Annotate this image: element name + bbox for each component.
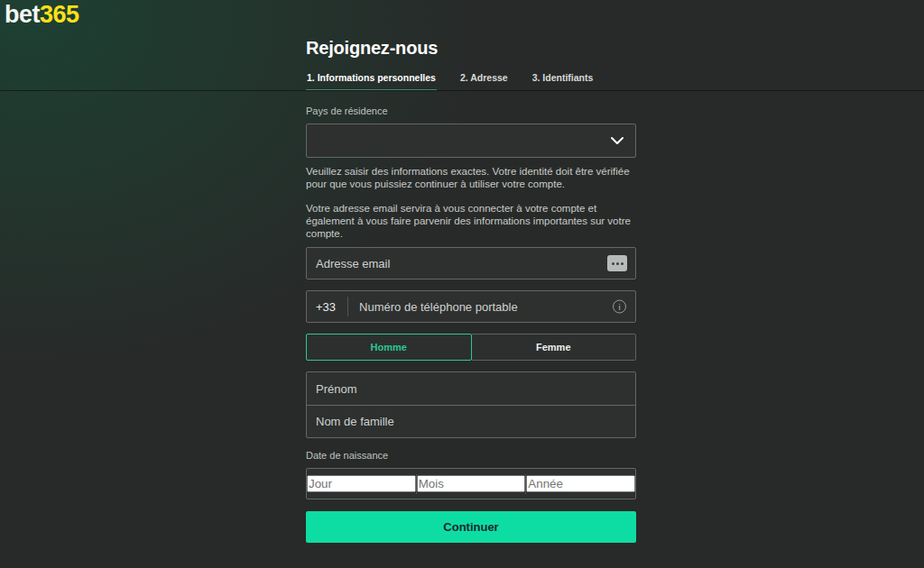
tab-informations-personnelles[interactable]: 1. Informations personnelles [306, 72, 437, 91]
continue-button[interactable]: Continuer [306, 511, 636, 543]
last-name-row [307, 405, 635, 437]
country-label: Pays de résidence [306, 105, 636, 116]
identity-notice: Veuillez saisir des informations exactes… [306, 165, 636, 190]
autofill-icon[interactable] [607, 255, 627, 271]
first-name-row [307, 372, 635, 405]
chevron-down-icon [611, 137, 624, 145]
dob-month-input[interactable] [417, 475, 526, 492]
dob-year-cell [526, 469, 635, 499]
phone-field: +33 i [306, 290, 636, 323]
dob-year-input[interactable] [526, 475, 635, 492]
tab-identifiants[interactable]: 3. Identifiants [531, 72, 595, 91]
phone-country-code: +33 [307, 300, 347, 314]
phone-input[interactable] [348, 291, 635, 322]
tab-adresse[interactable]: 2. Adresse [459, 72, 509, 91]
registration-form: Pays de résidence Veuillez saisir des in… [306, 90, 636, 543]
name-fields [306, 371, 636, 438]
bet365-logo[interactable]: bet365 [5, 1, 79, 29]
email-notice: Votre adresse email servira à vous conne… [306, 202, 636, 240]
gender-toggle: Homme Femme [306, 334, 636, 361]
page-title: Rejoignez-nous [306, 38, 438, 59]
info-icon[interactable]: i [613, 300, 626, 314]
last-name-input[interactable] [307, 406, 635, 437]
dob-fields [306, 468, 636, 499]
country-select[interactable] [306, 124, 636, 158]
registration-steps: 1. Informations personnelles 2. Adresse … [306, 72, 594, 91]
email-field [306, 247, 636, 279]
first-name-input[interactable] [307, 372, 635, 405]
logo-bet-text: bet [5, 1, 40, 28]
dob-day-input[interactable] [307, 475, 416, 492]
dob-label: Date de naissance [306, 450, 636, 461]
gender-male-button[interactable]: Homme [306, 334, 472, 361]
email-input[interactable] [307, 248, 635, 279]
gender-female-button[interactable]: Femme [471, 334, 637, 361]
dob-month-cell [417, 469, 526, 499]
page-header: bet365 Rejoignez-nous 1. Informations pe… [0, 0, 924, 91]
logo-365-text: 365 [40, 1, 79, 28]
dob-day-cell [307, 469, 416, 499]
